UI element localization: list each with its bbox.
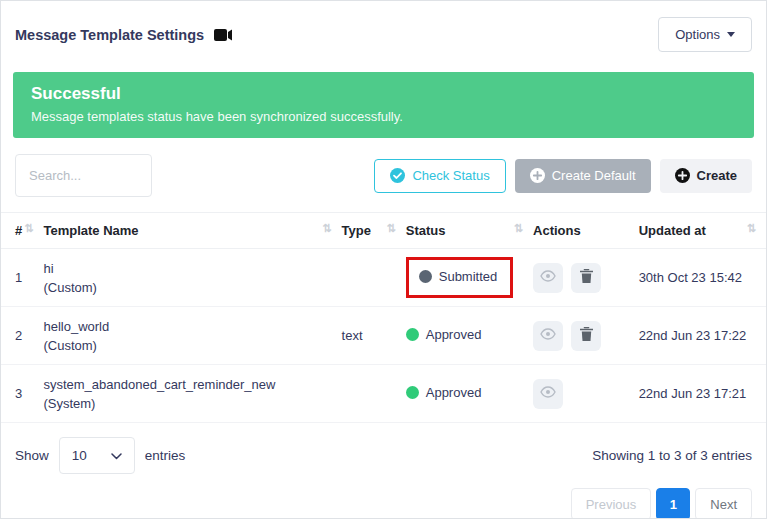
sort-icon: ⇅ [747, 223, 758, 233]
check-status-button[interactable]: Check Status [374, 159, 505, 193]
status-label: Submitted [439, 269, 498, 284]
updated-at: 22nd Jun 23 17:22 [639, 307, 766, 365]
status-label: Approved [426, 327, 482, 342]
chevron-down-icon [111, 448, 122, 463]
page-size-select[interactable]: 10 [59, 437, 135, 474]
show-label: Show [15, 448, 49, 463]
status-badge: Approved [406, 327, 482, 342]
status-dot [406, 386, 419, 399]
delete-button[interactable] [571, 321, 601, 351]
next-page-button[interactable]: Next [695, 488, 752, 519]
column-header-updated-at[interactable]: Updated at⇅ [639, 213, 766, 249]
page-1-button[interactable]: 1 [656, 488, 690, 519]
status-badge: Approved [406, 385, 482, 400]
create-default-label: Create Default [552, 168, 636, 183]
status-cell: Approved [406, 307, 533, 365]
template-kind: (Custom) [43, 278, 333, 297]
plus-circle-icon [530, 168, 545, 183]
create-button[interactable]: Create [660, 159, 752, 193]
annotation-highlight-box: Submitted [406, 257, 514, 298]
template-kind: (System) [43, 394, 333, 413]
check-status-label: Check Status [412, 168, 489, 183]
templates-table: #⇅ Template Name⇅ Type⇅ Status⇅ Actions … [1, 212, 766, 423]
template-name: hello_world [43, 317, 333, 336]
options-button[interactable]: Options [658, 17, 752, 52]
message-template-settings-page: Message Template Settings Options Succes… [0, 0, 767, 519]
column-header-actions: Actions [533, 213, 639, 249]
table-toolbar: Check Status Create Default Create [15, 154, 752, 197]
page-size-value: 10 [72, 448, 87, 463]
column-header-template-name[interactable]: Template Name⇅ [43, 213, 341, 249]
chevron-down-icon [727, 32, 735, 37]
updated-at: 30th Oct 23 15:42 [639, 249, 766, 307]
entries-label: entries [145, 448, 186, 463]
row-number: 1 [1, 249, 43, 307]
search-input[interactable] [15, 154, 152, 197]
sort-icon: ⇅ [514, 223, 525, 233]
delete-button[interactable] [571, 263, 601, 293]
column-header-num[interactable]: #⇅ [1, 213, 43, 249]
view-button[interactable] [533, 321, 563, 351]
template-name-cell: hi (Custom) [43, 249, 341, 307]
status-label: Approved [426, 385, 482, 400]
create-default-button[interactable]: Create Default [515, 159, 651, 193]
row-number: 2 [1, 307, 43, 365]
eye-icon [540, 328, 556, 343]
actions-cell [533, 365, 639, 423]
view-button[interactable] [533, 379, 563, 409]
table-header-row: #⇅ Template Name⇅ Type⇅ Status⇅ Actions … [1, 213, 766, 249]
table-row: 1 hi (Custom) Submitted [1, 249, 766, 307]
table-row: 2 hello_world (Custom) text Approved [1, 307, 766, 365]
view-button[interactable] [533, 263, 563, 293]
status-dot [419, 270, 432, 283]
template-kind: (Custom) [43, 336, 333, 355]
actions-cell [533, 249, 639, 307]
plus-circle-icon [675, 168, 690, 183]
template-type [342, 365, 406, 423]
table-footer: Show 10 entries Showing 1 to 3 of 3 entr… [15, 437, 752, 474]
eye-icon [540, 270, 556, 285]
trash-icon [580, 269, 593, 287]
actions-cell [533, 307, 639, 365]
sort-icon: ⇅ [387, 223, 398, 233]
status-cell: Submitted [406, 249, 533, 307]
sort-icon: ⇅ [24, 223, 35, 233]
alert-title: Successful [31, 84, 736, 104]
column-header-status[interactable]: Status⇅ [406, 213, 533, 249]
previous-page-button[interactable]: Previous [571, 488, 652, 519]
status-dot [406, 328, 419, 341]
pagination: Previous 1 Next [15, 488, 752, 519]
trash-icon [580, 327, 593, 345]
create-label: Create [697, 168, 737, 183]
page-title: Message Template Settings [15, 27, 204, 43]
template-name: hi [43, 259, 333, 278]
status-badge: Submitted [419, 269, 498, 284]
eye-icon [540, 386, 556, 401]
check-circle-icon [390, 168, 405, 183]
template-name: system_abandoned_cart_reminder_new [43, 375, 333, 394]
options-button-label: Options [675, 27, 720, 42]
table-row: 3 system_abandoned_cart_reminder_new (Sy… [1, 365, 766, 423]
page-header: Message Template Settings Options [1, 1, 766, 52]
status-cell: Approved [406, 365, 533, 423]
alert-message: Message templates status have been synch… [31, 109, 736, 124]
template-name-cell: system_abandoned_cart_reminder_new (Syst… [43, 365, 341, 423]
updated-at: 22nd Jun 23 17:21 [639, 365, 766, 423]
video-camera-icon [214, 28, 233, 42]
column-header-type[interactable]: Type⇅ [342, 213, 406, 249]
success-alert: Successful Message templates status have… [13, 72, 754, 138]
sort-icon: ⇅ [322, 223, 333, 233]
template-type: text [342, 307, 406, 365]
template-name-cell: hello_world (Custom) [43, 307, 341, 365]
row-number: 3 [1, 365, 43, 423]
template-type [342, 249, 406, 307]
showing-entries-text: Showing 1 to 3 of 3 entries [592, 448, 752, 463]
